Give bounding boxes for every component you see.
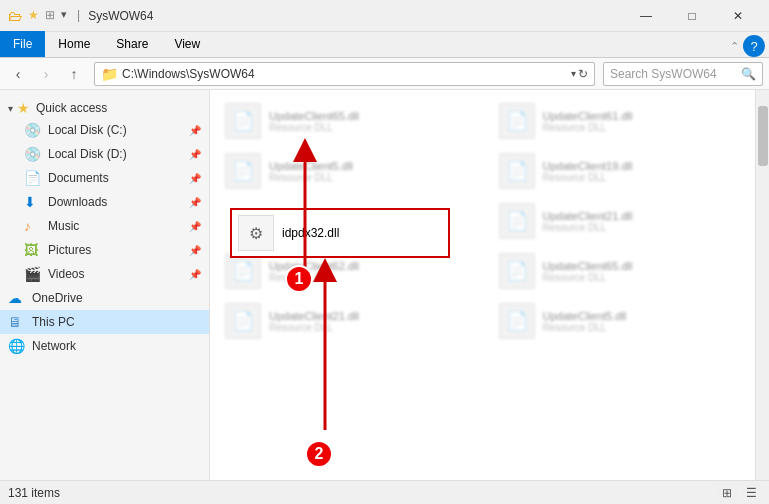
sidebar-item-documents[interactable]: 📄 Documents 📌: [0, 166, 209, 190]
sidebar-item-downloads[interactable]: ⬇ Downloads 📌: [0, 190, 209, 214]
list-item[interactable]: 📄 UpdateClient65.dll Resource DLL: [218, 98, 488, 144]
title-bar-icons: 🗁 ★ ⊞ ▾ |: [8, 8, 80, 24]
pin-icon-downloads: 📌: [189, 197, 201, 208]
file-name: UpdateClient19.dll: [543, 160, 755, 172]
list-item[interactable]: 📄 UpdateClient5.dll Resource DLL: [492, 298, 762, 344]
refresh-button[interactable]: ↻: [578, 67, 588, 81]
sidebar-item-network[interactable]: 🌐 Network: [0, 334, 209, 358]
tab-view[interactable]: View: [161, 31, 213, 57]
file-name: UpdateClient21.dll: [543, 210, 755, 222]
sidebar-label-pictures: Pictures: [48, 243, 187, 257]
star-title-icon: ★: [28, 8, 39, 24]
file-thumb: 📄: [225, 253, 261, 289]
back-button[interactable]: ‹: [6, 62, 30, 86]
thispc-icon: 🖥: [8, 314, 26, 330]
selected-file-item[interactable]: ⚙ idpdx32.dll: [230, 208, 450, 258]
drive-d-icon: 💿: [24, 146, 42, 162]
tab-home[interactable]: Home: [45, 31, 103, 57]
quick-access-label: Quick access: [36, 101, 107, 115]
file-name: UpdateClient65.dll: [543, 260, 755, 272]
file-thumb: 📄: [499, 153, 535, 189]
tab-file[interactable]: File: [0, 31, 45, 57]
file-type: Resource DLL: [269, 322, 481, 333]
forward-button[interactable]: ›: [34, 62, 58, 86]
main-layout: ▾ ★ Quick access 💿 Local Disk (C:) 📌 💿 L…: [0, 90, 769, 480]
annotation-badge-2: 2: [305, 440, 333, 468]
close-button[interactable]: ✕: [715, 0, 761, 32]
pin-icon-c: 📌: [189, 125, 201, 136]
quick-access-expand-icon: ▾: [8, 103, 13, 114]
tab-share[interactable]: Share: [103, 31, 161, 57]
address-path: C:\Windows\SysWOW64: [122, 67, 571, 81]
list-item[interactable]: 📄 UpdateClient21.dll Resource DLL: [492, 198, 762, 244]
file-name: UpdateClient5.dll: [269, 160, 481, 172]
file-name: UpdateClient65.dll: [269, 110, 481, 122]
ribbon-tabs: File Home Share View ⌃ ?: [0, 32, 769, 58]
separator-title: |: [77, 8, 80, 24]
file-thumb: 📄: [499, 303, 535, 339]
status-bar: 131 items ⊞ ☰: [0, 480, 769, 504]
sidebar-item-pictures[interactable]: 🖼 Pictures 📌: [0, 238, 209, 262]
list-item[interactable]: 📄 UpdateClient21.dll Resource DLL: [218, 298, 488, 344]
sidebar-label-this-pc: This PC: [32, 315, 201, 329]
content-area: 📄 UpdateClient65.dll Resource DLL 📄 Upda…: [210, 90, 769, 480]
file-thumb: 📄: [225, 303, 261, 339]
title-controls: — □ ✕: [623, 0, 761, 32]
title-bar: 🗁 ★ ⊞ ▾ | SysWOW64 — □ ✕: [0, 0, 769, 32]
search-icon[interactable]: 🔍: [741, 67, 756, 81]
file-type: Resource DLL: [543, 122, 755, 133]
file-name: UpdateClient5.dll: [543, 310, 755, 322]
downloads-icon: ⬇: [24, 194, 42, 210]
address-dropdown-icon[interactable]: ▾: [571, 68, 576, 79]
up-button[interactable]: ↑: [62, 62, 86, 86]
status-item-count: 131 items: [8, 486, 60, 500]
scrollbar[interactable]: [755, 90, 769, 480]
list-item[interactable]: 📄 UpdateClient5.dll Resource DLL: [218, 148, 488, 194]
list-item[interactable]: 📄 UpdateClient61.dll Resource DLL: [492, 98, 762, 144]
file-type: Resource DLL: [269, 172, 481, 183]
sidebar-label-music: Music: [48, 219, 187, 233]
sidebar-item-this-pc[interactable]: 🖥 This PC: [0, 310, 209, 334]
sidebar-label-downloads: Downloads: [48, 195, 187, 209]
sidebar-item-local-disk-d[interactable]: 💿 Local Disk (D:) 📌: [0, 142, 209, 166]
file-thumb: 📄: [499, 203, 535, 239]
file-thumb: 📄: [499, 103, 535, 139]
search-bar[interactable]: Search SysWOW64 🔍: [603, 62, 763, 86]
grid-view-button[interactable]: ⊞: [717, 483, 737, 503]
sidebar-label-documents: Documents: [48, 171, 187, 185]
quick-access-group[interactable]: ▾ ★ Quick access: [0, 94, 209, 118]
list-view-button[interactable]: ☰: [741, 483, 761, 503]
network-icon: 🌐: [8, 338, 26, 354]
pin-icon-d: 📌: [189, 149, 201, 160]
view-toggle-buttons: ⊞ ☰: [717, 483, 761, 503]
help-button[interactable]: ?: [743, 35, 765, 57]
minimize-button[interactable]: —: [623, 0, 669, 32]
gear-icon: ⚙: [249, 224, 263, 243]
file-name: UpdateClient21.dll: [269, 310, 481, 322]
videos-icon: 🎬: [24, 266, 42, 282]
file-type: Resource DLL: [543, 172, 755, 183]
file-type: Resource DLL: [543, 272, 755, 283]
list-item[interactable]: 📄 UpdateClient19.dll Resource DLL: [492, 148, 762, 194]
sidebar-item-videos[interactable]: 🎬 Videos 📌: [0, 262, 209, 286]
list-item[interactable]: 📄 UpdateClient65.dll Resource DLL: [492, 248, 762, 294]
pin-icon-docs: 📌: [189, 173, 201, 184]
music-icon: ♪: [24, 218, 42, 234]
pin-icon-videos: 📌: [189, 269, 201, 280]
documents-icon: 📄: [24, 170, 42, 186]
toolbar: ‹ › ↑ 📁 C:\Windows\SysWOW64 ▾ ↻ Search S…: [0, 58, 769, 90]
pin-icon-music: 📌: [189, 221, 201, 232]
maximize-button[interactable]: □: [669, 0, 715, 32]
selected-file-thumb: ⚙: [238, 215, 274, 251]
sidebar-item-local-disk-c[interactable]: 💿 Local Disk (C:) 📌: [0, 118, 209, 142]
pin-icon-pictures: 📌: [189, 245, 201, 256]
selected-file-name: idpdx32.dll: [282, 226, 442, 240]
file-thumb: 📄: [225, 153, 261, 189]
pictures-icon: 🖼: [24, 242, 42, 258]
address-bar[interactable]: 📁 C:\Windows\SysWOW64 ▾ ↻: [94, 62, 595, 86]
sidebar-item-onedrive[interactable]: ☁ OneDrive: [0, 286, 209, 310]
scrollbar-thumb[interactable]: [758, 106, 768, 166]
sidebar-item-music[interactable]: ♪ Music 📌: [0, 214, 209, 238]
address-folder-icon: 📁: [101, 66, 118, 82]
annotation-badge-1: 1: [285, 265, 313, 293]
